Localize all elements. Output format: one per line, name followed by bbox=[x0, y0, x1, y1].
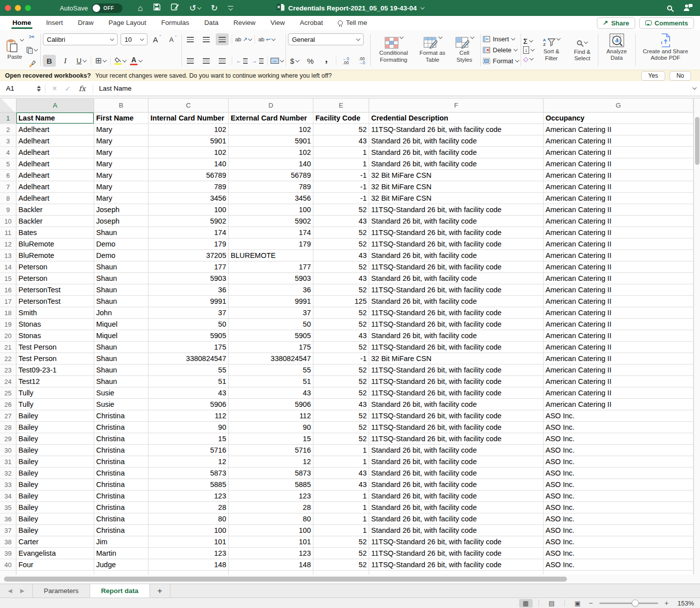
row-header-21[interactable]: 21 bbox=[0, 342, 16, 353]
next-sheet-icon[interactable]: ▶ bbox=[20, 588, 24, 594]
shrink-font-button[interactable]: Aˇ bbox=[166, 33, 179, 45]
cell-G14[interactable]: American Catering II bbox=[544, 261, 694, 273]
cell-F25[interactable]: 11TSQ-Standard 26 bit, with facility cod… bbox=[369, 387, 544, 399]
cell-F30[interactable]: Standard 26 bit, with facility code bbox=[369, 445, 544, 456]
bold-button[interactable]: B bbox=[43, 55, 56, 67]
cell-G13[interactable]: American Catering II bbox=[544, 250, 694, 261]
align-bottom-button[interactable] bbox=[216, 33, 229, 45]
cell-E33[interactable]: 43 bbox=[313, 479, 369, 490]
cell-D22[interactable]: 3380824547 bbox=[229, 353, 313, 365]
cell-E28[interactable]: 52 bbox=[313, 422, 369, 433]
cell-G5[interactable]: American Catering II bbox=[544, 158, 694, 170]
cell-A13[interactable]: BluRemote bbox=[16, 250, 94, 261]
cell-B10[interactable]: Joseph bbox=[94, 216, 148, 227]
row-header-2[interactable]: 2 bbox=[0, 124, 16, 135]
cell-A27[interactable]: Bailey bbox=[16, 410, 94, 422]
cell-A5[interactable]: Adelheart bbox=[16, 158, 94, 170]
cell-A40[interactable]: Four bbox=[16, 559, 94, 571]
sort-filter-button[interactable]: AZ Sort & Filter bbox=[537, 37, 566, 62]
cell-E2[interactable]: 52 bbox=[313, 124, 369, 135]
cell-B35[interactable]: Christina bbox=[94, 502, 148, 513]
cell-C4[interactable]: 102 bbox=[148, 147, 229, 158]
cell-C12[interactable]: 179 bbox=[148, 239, 229, 250]
cell-G39[interactable]: ASO Inc. bbox=[544, 548, 694, 559]
column-header-E[interactable]: E bbox=[313, 99, 369, 113]
cell-D26[interactable]: 5906 bbox=[229, 399, 313, 410]
cell-D11[interactable]: 174 bbox=[229, 227, 313, 239]
cell-E40[interactable]: 52 bbox=[313, 559, 369, 571]
cell-C29[interactable]: 15 bbox=[148, 433, 229, 445]
cell-F5[interactable]: Standard 26 bit, with facility code bbox=[369, 158, 544, 170]
cell-F40[interactable]: 11TSQ-Standard 26 bit, with facility cod… bbox=[369, 559, 544, 571]
cell-C2[interactable]: 102 bbox=[148, 124, 229, 135]
cell-styles-button[interactable]: Cell Styles bbox=[450, 36, 478, 64]
cell-B9[interactable]: Joseph bbox=[94, 204, 148, 216]
cell-F10[interactable]: Standard 26 bit, with facility code bbox=[369, 216, 544, 227]
cell-G35[interactable]: ASO Inc. bbox=[544, 502, 694, 513]
cell-A21[interactable]: Test Person bbox=[16, 342, 94, 353]
cell-G23[interactable]: American Catering II bbox=[544, 365, 694, 376]
cell-F33[interactable]: Standard 26 bit, with facility code bbox=[369, 479, 544, 490]
row-header-31[interactable]: 31 bbox=[0, 456, 16, 468]
analyze-data-button[interactable]: Analyze Data bbox=[600, 32, 633, 68]
cell-B34[interactable]: Christina bbox=[94, 490, 148, 502]
row-header-14[interactable]: 14 bbox=[0, 261, 16, 273]
tab-data[interactable]: Data bbox=[203, 17, 220, 29]
italic-button[interactable]: I bbox=[59, 55, 72, 67]
row-header-1[interactable]: 1 bbox=[0, 113, 16, 124]
cell-A34[interactable]: Bailey bbox=[16, 490, 94, 502]
document-title-group[interactable]: Credentials Report-2021_05_05 19-43-04 bbox=[276, 3, 423, 13]
cell-A3[interactable]: Adelheart bbox=[16, 135, 94, 147]
cell-B20[interactable]: Miquel bbox=[94, 330, 148, 342]
cell-G25[interactable]: American Catering II bbox=[544, 387, 694, 399]
row-header-12[interactable]: 12 bbox=[0, 239, 16, 250]
search-icon[interactable] bbox=[667, 5, 672, 10]
format-painter-button[interactable] bbox=[25, 58, 38, 70]
cell-A9[interactable]: Backler bbox=[16, 204, 94, 216]
cell-E9[interactable]: 52 bbox=[313, 204, 369, 216]
cell-F32[interactable]: Standard 26 bit, with facility code bbox=[369, 468, 544, 479]
cell-C17[interactable]: 9991 bbox=[148, 296, 229, 307]
cell-G30[interactable]: ASO Inc. bbox=[544, 445, 694, 456]
cell-F6[interactable]: 32 Bit MiFare CSN bbox=[369, 170, 544, 181]
cell-B32[interactable]: Christina bbox=[94, 468, 148, 479]
comments-button[interactable]: Comments bbox=[639, 17, 694, 29]
align-right-button[interactable] bbox=[216, 55, 229, 67]
row-header-15[interactable]: 15 bbox=[0, 273, 16, 284]
cell-B21[interactable]: Shaun bbox=[94, 342, 148, 353]
cell-A1[interactable]: Last Name bbox=[16, 113, 94, 124]
cell-D3[interactable]: 5901 bbox=[229, 135, 313, 147]
cell-D23[interactable]: 55 bbox=[229, 365, 313, 376]
cell-A14[interactable]: Peterson bbox=[16, 261, 94, 273]
cell-E11[interactable]: 52 bbox=[313, 227, 369, 239]
cell-D38[interactable]: 101 bbox=[229, 536, 313, 548]
cell-C27[interactable]: 112 bbox=[148, 410, 229, 422]
cell-D28[interactable]: 90 bbox=[229, 422, 313, 433]
cell-C25[interactable]: 43 bbox=[148, 387, 229, 399]
cell-C14[interactable]: 177 bbox=[148, 261, 229, 273]
insert-cells-button[interactable]: Insert bbox=[483, 34, 519, 44]
clear-button[interactable]: ◇ bbox=[523, 55, 534, 64]
cell-E39[interactable]: 52 bbox=[313, 548, 369, 559]
cell-G27[interactable]: ASO Inc. bbox=[544, 410, 694, 422]
cell-B29[interactable]: Christina bbox=[94, 433, 148, 445]
cell-G36[interactable]: ASO Inc. bbox=[544, 513, 694, 525]
column-header-F[interactable]: F bbox=[369, 99, 544, 113]
save-icon[interactable] bbox=[153, 3, 161, 13]
cell-D4[interactable]: 102 bbox=[229, 147, 313, 158]
cell-D34[interactable]: 123 bbox=[229, 490, 313, 502]
page-break-view-button[interactable]: ▣ bbox=[571, 599, 584, 608]
cell-C6[interactable]: 56789 bbox=[148, 170, 229, 181]
cell-C24[interactable]: 51 bbox=[148, 376, 229, 387]
row-header-39[interactable]: 39 bbox=[0, 548, 16, 559]
cell-E26[interactable]: 43 bbox=[313, 399, 369, 410]
cell-C31[interactable]: 12 bbox=[148, 456, 229, 468]
cell-B12[interactable]: Demo bbox=[94, 239, 148, 250]
cell-A23[interactable]: Test09-23-1 bbox=[16, 365, 94, 376]
tab-review[interactable]: Review bbox=[232, 17, 256, 29]
cell-C37[interactable]: 100 bbox=[148, 525, 229, 536]
cell-B5[interactable]: Mary bbox=[94, 158, 148, 170]
cell-E4[interactable]: 1 bbox=[313, 147, 369, 158]
row-header-40[interactable]: 40 bbox=[0, 559, 16, 571]
row-header-4[interactable]: 4 bbox=[0, 147, 16, 158]
